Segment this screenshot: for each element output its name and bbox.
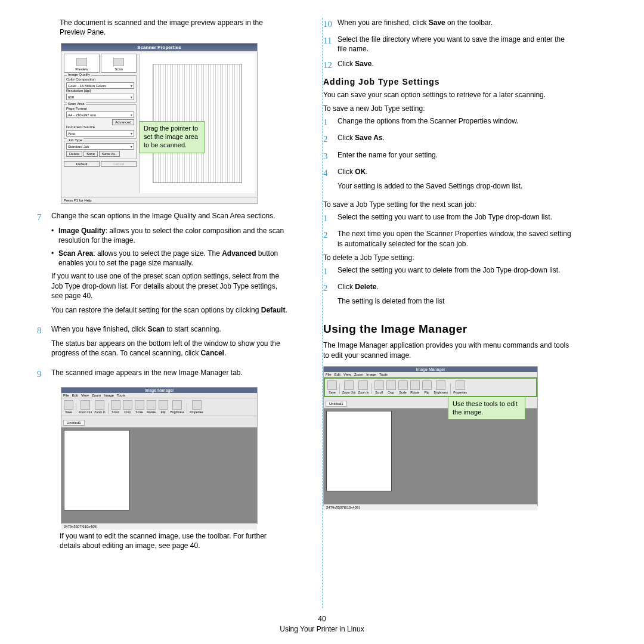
brightness-icon <box>172 400 182 410</box>
right-column: 10 When you are finished, click Save on … <box>323 18 574 614</box>
after-im-text: If you want to edit the scanned image, u… <box>60 531 287 550</box>
properties-icon <box>192 400 202 410</box>
sp-preview-tab: Preview <box>64 54 100 73</box>
step-12: 12 Click Save. <box>323 59 574 71</box>
page-number: 40 <box>0 615 644 623</box>
sp-titlebar: Scanner Properties <box>61 44 257 51</box>
left-column: The document is scanned and the image pr… <box>37 18 287 614</box>
save-icon <box>64 400 73 410</box>
im-toolbar-highlighted: Save Zoom Out Zoom In Scroll Crop Scale … <box>324 377 537 397</box>
column-divider <box>322 18 323 608</box>
intro-text: The document is scanned and the image pr… <box>60 18 287 37</box>
step-8: 8 When you have finished, click Scan to … <box>37 324 287 363</box>
im-menubar-2: FileEditViewZoomImageTools <box>324 372 537 377</box>
scroll-icon <box>111 400 120 410</box>
im-scanned-image-2 <box>326 411 392 491</box>
step-10: 10 When you are finished, click Save on … <box>323 18 574 30</box>
image-manager-screenshot-left: Image Manager FileEditViewZoomImageTools… <box>61 387 258 524</box>
zoomin-icon <box>95 400 104 410</box>
h2-image-manager: Using the Image Manager <box>323 323 574 336</box>
zoomout-icon <box>80 400 90 410</box>
callout-edit-tools: Use these tools to edit the image. <box>448 397 525 420</box>
step-7: 7 Change the scan options in the Image Q… <box>37 211 287 320</box>
sp-resolution-dropdown: 600 <box>66 94 134 100</box>
rotate-icon <box>147 400 156 410</box>
flip-icon <box>159 400 168 410</box>
page-footer: 40 Using Your Printer in Linux <box>0 615 644 633</box>
sp-docsource-dropdown: Auto <box>66 130 134 137</box>
image-manager-screenshot-right: Image Manager FileEditViewZoomImageTools… <box>323 366 538 506</box>
sp-pageformat-dropdown: A4 - 210x297 mm <box>66 112 134 118</box>
sp-advanced-button: Advanced <box>112 119 134 125</box>
crop-icon <box>123 400 132 410</box>
im-scanned-image <box>64 430 129 510</box>
sp-color-dropdown: Color - 16 Million Colors <box>66 82 134 89</box>
im-canvas <box>61 428 257 523</box>
im-canvas-2 <box>324 408 537 504</box>
h3-job-type: Adding Job Type Settings <box>323 77 574 86</box>
callout-drag-pointer: Drag the pointer to set the image area t… <box>139 121 205 153</box>
scale-icon <box>135 400 144 410</box>
im-menubar: FileEditViewZoomImageTools <box>61 393 257 398</box>
sp-jobtype-dropdown: Standard Job <box>66 143 134 150</box>
im-toolbar: Save Zoom Out Zoom In Scroll Crop Scale … <box>61 398 257 416</box>
footer-title: Using Your Printer in Linux <box>0 625 644 633</box>
step-11: 11 Select the file directory where you w… <box>323 35 574 54</box>
scanner-properties-screenshot: Scanner Properties Preview Scan Image Qu… <box>61 43 258 204</box>
step-9: 9 The scanned image appears in the new I… <box>37 368 287 382</box>
sp-scan-tab: Scan <box>101 54 137 73</box>
